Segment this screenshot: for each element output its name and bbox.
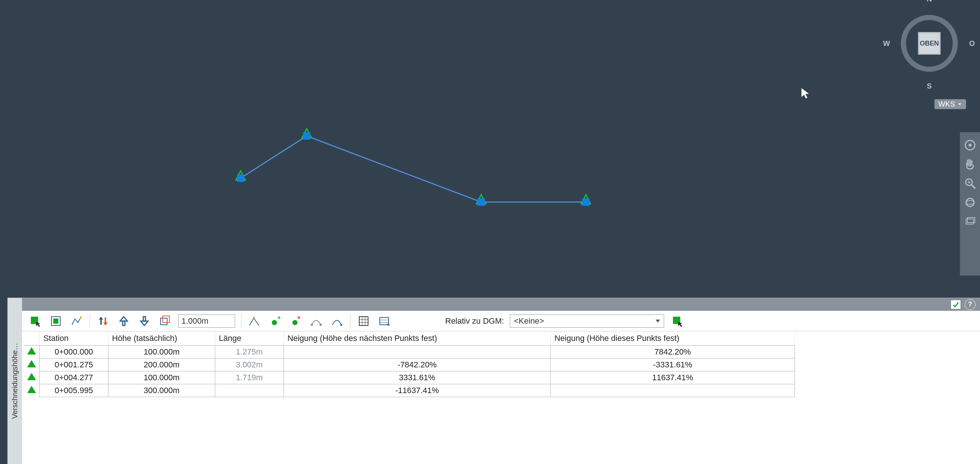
cell-neigung-next[interactable] [283,346,550,359]
svg-marker-27 [99,317,103,320]
panorama-titlebar: ? [22,298,980,311]
table-row[interactable]: 0+004.277100.000m1.719m3331.61%11637.41% [24,372,795,384]
grid-options-button[interactable] [356,314,371,328]
panorama-vista-tab[interactable]: Verschneidungshöhe… [7,298,22,464]
dgm-select-value: <Keine> [514,316,544,326]
select-pvi-button[interactable] [28,314,43,328]
cell-neigung-next[interactable]: -7842.20% [283,359,550,372]
svg-point-43 [320,324,322,326]
orbit-icon[interactable] [964,196,976,209]
cell-neigung-this[interactable] [550,384,795,397]
svg-marker-7 [476,195,486,204]
apply-surface-button[interactable] [670,314,685,328]
svg-marker-5 [302,129,312,138]
row-pvi-icon [24,372,40,384]
model-canvas[interactable]: OBEN N S W O WKS [0,0,980,298]
table-row[interactable]: 0+005.995300.000m-11637.41% [24,384,795,397]
table-row[interactable]: 0+000.000100.000m1.275m7842.20% [24,346,795,359]
svg-marker-26 [80,316,82,319]
row-pvi-icon [24,346,40,359]
svg-point-40 [293,320,298,325]
svg-point-13 [969,144,972,147]
cell-station[interactable]: 0+000.000 [40,346,108,359]
cell-station[interactable]: 0+004.277 [40,372,108,384]
viewcube-top-face[interactable]: OBEN [918,32,941,55]
ucs-wcs-dropdown[interactable]: WKS [934,99,966,109]
svg-marker-11 [802,88,809,99]
compass-south-label: S [927,82,932,90]
svg-rect-4 [237,174,244,182]
viewcube[interactable]: OBEN N S W O [889,3,970,84]
svg-marker-37 [253,316,255,318]
svg-marker-31 [120,317,127,321]
cell-station[interactable]: 0+005.995 [40,384,108,397]
cell-neigung-this[interactable]: -3331.61% [550,359,795,372]
col-header-neig-this[interactable]: Neigung (Höhe dieses Punkts fest) [550,332,795,346]
table-row[interactable]: 0+001.275200.000m3.002m-7842.20%-3331.61… [24,359,795,372]
lower-button[interactable] [137,314,152,328]
svg-marker-33 [141,321,148,325]
col-header-laenge[interactable]: Länge [215,332,283,346]
cell-laenge: 1.275m [215,346,283,359]
svg-rect-25 [53,319,59,324]
curve-settings-button[interactable] [309,314,324,328]
compass-west-label: W [883,39,890,48]
steering-wheel-icon[interactable] [964,139,976,151]
delete-pvi-button[interactable]: × [288,314,303,328]
svg-rect-30 [105,317,106,322]
col-header-hoehe[interactable]: Höhe (tatsächlich) [108,332,215,346]
insert-pvi-plus-button[interactable]: + [268,314,282,328]
svg-marker-28 [103,322,108,325]
col-header-station[interactable]: Station [40,332,108,346]
row-pvi-icon [24,359,40,372]
svg-point-18 [966,198,974,206]
svg-point-19 [966,201,974,204]
dgm-select[interactable]: <Keine> [510,314,664,328]
raise-lower-button[interactable] [96,314,111,328]
apply-check-button[interactable] [951,300,961,309]
cell-laenge [215,384,283,397]
help-button[interactable]: ? [964,299,975,310]
svg-text:+: + [277,315,281,321]
compass-north-label: N [927,0,932,3]
cell-laenge: 1.719m [215,372,283,384]
cell-neigung-this[interactable]: 7842.20% [550,346,795,359]
col-header-neig-next[interactable]: Neigung (Höhe des nächsten Punkts fest) [283,332,550,346]
svg-rect-6 [303,132,310,140]
zoom-icon[interactable] [964,177,976,190]
svg-point-42 [311,324,313,326]
svg-rect-32 [123,321,125,325]
compass-east-label: O [969,39,975,48]
table-view-button[interactable] [377,314,391,328]
pan-icon[interactable] [964,158,976,171]
profile-graph-button[interactable] [69,314,84,328]
step-value-input[interactable] [178,314,235,328]
insert-pvi-button[interactable] [247,314,262,328]
raise-button[interactable] [116,314,131,328]
svg-rect-29 [100,320,102,325]
cell-hoehe[interactable]: 200.000m [108,359,215,372]
cell-station[interactable]: 0+001.275 [40,359,108,372]
dgm-label: Relativ zu DGM: [445,316,504,326]
cell-laenge: 3.002m [215,359,283,372]
copy-profile-button[interactable] [158,314,172,328]
row-pvi-icon [24,384,40,397]
cell-neigung-this[interactable]: 11637.41% [550,372,795,384]
svg-line-15 [972,185,975,188]
cell-hoehe[interactable]: 100.000m [108,346,215,359]
zoom-to-button[interactable] [48,314,63,328]
mouse-cursor [801,88,810,99]
svg-marker-44 [340,323,343,326]
svg-rect-10 [582,198,590,206]
pvi-grid[interactable]: Station Höhe (tatsächlich) Länge Neigung… [22,332,980,464]
svg-line-0 [240,136,307,178]
cell-neigung-next[interactable]: -11637.41% [283,384,550,397]
cell-neigung-next[interactable]: 3331.61% [283,372,550,384]
cell-hoehe[interactable]: 300.000m [108,384,215,397]
svg-rect-36 [163,316,169,322]
svg-marker-9 [581,195,591,204]
svg-point-38 [272,320,277,325]
profile-curve-button[interactable] [329,314,344,328]
showmotion-icon[interactable] [964,215,976,228]
cell-hoehe[interactable]: 100.000m [108,372,215,384]
